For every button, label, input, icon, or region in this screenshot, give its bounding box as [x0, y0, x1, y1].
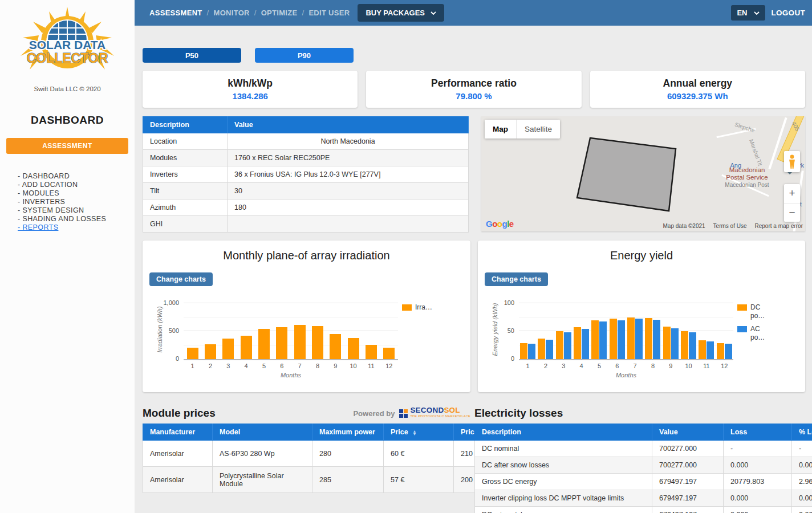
- buy-packages-button[interactable]: BUY PACKAGES: [358, 4, 444, 22]
- x-tick-label: 10: [344, 363, 362, 369]
- module-header-price[interactable]: Price▲▼: [384, 424, 454, 441]
- solar-data-collector-logo: SOLAR DATA COLLECTOR: [0, 6, 135, 82]
- nav-item-assessment[interactable]: ASSESSMENT: [149, 9, 202, 17]
- map-attribution: Map data ©2021 Terms of Use Report a map…: [663, 223, 803, 229]
- x-tick-label: 4: [237, 363, 255, 369]
- bar-irra: [348, 338, 359, 359]
- buy-packages-label: BUY PACKAGES: [366, 9, 425, 17]
- module-header-maximum-power: Maximum power: [312, 424, 384, 441]
- bar-dc-po: [717, 343, 724, 359]
- x-tick-label: 6: [608, 363, 626, 369]
- zoom-out-button[interactable]: −: [784, 203, 800, 222]
- legend-swatch: [402, 304, 412, 311]
- bar-group: [555, 303, 573, 359]
- spec-header-value: Value: [228, 117, 469, 133]
- assessment-button[interactable]: ASSESSMENT: [6, 138, 128, 154]
- map-zoom-controls: + −: [784, 184, 800, 222]
- google-logo[interactable]: Google: [486, 219, 514, 229]
- map-data-text: Map data ©2021: [663, 223, 705, 229]
- spec-row: LocationNorth Macedonia: [143, 133, 469, 150]
- zoom-in-button[interactable]: +: [784, 184, 800, 203]
- spec-description: Location: [143, 133, 228, 150]
- logo-text-2: COLLECTOR: [27, 51, 108, 66]
- sidebar-item-dashboard[interactable]: - DASHBOARD: [18, 172, 135, 181]
- sidebar-item-inverters[interactable]: - INVERTERS: [18, 198, 135, 206]
- p50-toggle-button[interactable]: P50: [143, 48, 241, 63]
- x-tick-label: 12: [380, 363, 398, 369]
- module-header-model: Model: [213, 424, 312, 441]
- losses-row: DC nominal700277.000--: [475, 441, 812, 457]
- losses-row: Inverter clipping loss DC MPPT voltage l…: [475, 490, 812, 507]
- bar-group: [697, 303, 715, 359]
- bar-chart: 050100123456789101112MonthsEnergy yield …: [478, 295, 805, 381]
- change-charts-button[interactable]: Change charts: [485, 272, 548, 286]
- stat-value: 79.800 %: [456, 91, 492, 101]
- google-map[interactable]: 405 Slepche Marshal Tit Ang rk Macedonia…: [481, 116, 805, 231]
- sidebar-item-modules[interactable]: - MODULES: [18, 189, 135, 198]
- x-axis-title: Months: [184, 372, 398, 378]
- secondsol-logo[interactable]: SECONDSOL THE PHOTOVOLTAIC MARKETPLACE: [399, 407, 470, 420]
- bar-dc-po: [538, 339, 545, 359]
- spec-row: GHI: [143, 216, 469, 233]
- spec-description: Azimuth: [143, 199, 228, 216]
- street-view-pegman[interactable]: [784, 151, 800, 172]
- bar-group: [680, 303, 697, 359]
- spec-row: Azimuth180: [143, 199, 469, 216]
- legend-entry: DCpo…: [737, 303, 765, 320]
- bar-dc-po: [663, 327, 671, 359]
- loss-percent: -: [792, 441, 812, 457]
- bar-group: [537, 303, 554, 359]
- module-max-power: 285: [312, 467, 384, 493]
- bar-irra: [383, 348, 395, 359]
- stats-row: kWh/kWp1384.286Performance ratio79.800 %…: [143, 71, 805, 108]
- bar-ac-po: [707, 341, 714, 359]
- bar-dc-po: [591, 320, 599, 359]
- stat-value: 609329.375 Wh: [667, 91, 728, 101]
- loss-amount: -: [724, 441, 792, 457]
- nav-item-edit-user[interactable]: EDIT USER: [308, 9, 350, 17]
- y-tick-label: 1,000: [143, 299, 179, 306]
- powered-by: Powered by SECONDSOL THE PHOTOVOLTAIC MA…: [353, 407, 470, 420]
- pegman-icon: [788, 154, 796, 169]
- bar-dc-po: [556, 331, 563, 359]
- language-select[interactable]: EN: [731, 5, 765, 21]
- nav-separator: /: [302, 9, 304, 17]
- bar-group: [308, 303, 326, 359]
- terms-of-use-link[interactable]: Terms of Use: [713, 223, 747, 229]
- chart-legend: Irra…: [402, 303, 432, 316]
- map-button[interactable]: Map: [485, 120, 516, 139]
- stat-title: Performance ratio: [431, 78, 517, 89]
- y-axis-title: Energy yield (kWh): [492, 303, 498, 356]
- spec-description: Modules: [143, 150, 228, 166]
- stat-card-performance-ratio: Performance ratio79.800 %: [366, 71, 581, 108]
- loss-value: 700277.000: [652, 457, 724, 474]
- bar-group: [608, 303, 626, 359]
- bar-dc-po: [681, 331, 688, 359]
- loss-description: DC nominal: [475, 441, 652, 457]
- loss-amount: 0.000: [724, 507, 792, 513]
- sort-icon[interactable]: ▲▼: [413, 430, 417, 435]
- main-content: P50 P90 kWh/kWp1384.286Performance ratio…: [135, 26, 812, 513]
- x-tick-label: 1: [519, 363, 537, 369]
- spec-row: Inverters36 x Fronius USA: IG Plus 12.0-…: [143, 166, 469, 183]
- bar-group: [362, 303, 380, 359]
- module-prices-title: Module prices: [143, 407, 216, 420]
- satellite-button[interactable]: Satellite: [516, 120, 560, 139]
- system-spec-table: Description Value LocationNorth Macedoni…: [143, 116, 469, 233]
- nav-item-monitor[interactable]: MONITOR: [214, 9, 250, 17]
- nav-item-optimize[interactable]: OPTIMIZE: [261, 9, 298, 17]
- report-map-error-link[interactable]: Report a map error: [755, 223, 803, 229]
- sidebar-item-reports[interactable]: - REPORTS: [18, 223, 135, 232]
- stat-title: Annual energy: [663, 78, 733, 89]
- y-tick-label: 0: [478, 355, 514, 362]
- p90-toggle-button[interactable]: P90: [255, 48, 354, 63]
- logout-button[interactable]: LOGOUT: [771, 9, 805, 17]
- spec-row: Tilt30: [143, 183, 469, 199]
- sidebar-item-shading-and-losses[interactable]: - SHADING AND LOSSES: [18, 215, 135, 223]
- change-charts-button[interactable]: Change charts: [149, 272, 213, 286]
- stat-title: kWh/kWp: [228, 78, 273, 89]
- x-tick-label: 3: [220, 363, 237, 369]
- sidebar-item-system-design[interactable]: - SYSTEM DESIGN: [18, 206, 135, 215]
- sidebar-item-add-location[interactable]: - ADD LOCATION: [18, 181, 135, 189]
- module-manufacturer: Amerisolar: [143, 467, 213, 493]
